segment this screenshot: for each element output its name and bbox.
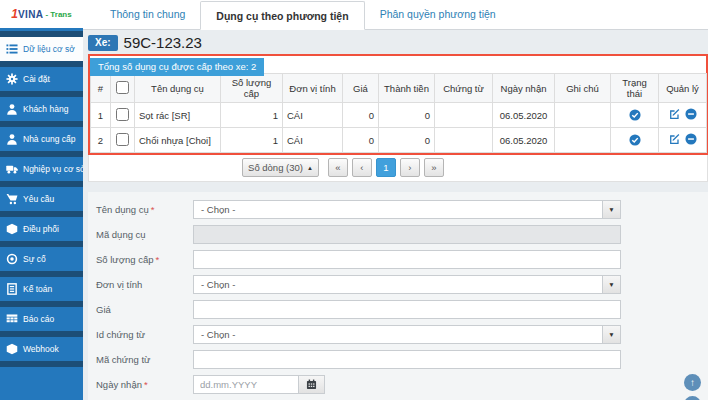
- form-row-ma-dung-cu: Mã dụng cụ: [96, 225, 708, 244]
- row-price: 0: [343, 103, 379, 128]
- id-chung-tu-select[interactable]: - Chọn - ▼: [193, 325, 621, 344]
- shopping-cart-icon: [6, 193, 18, 205]
- status-check-icon: [629, 134, 641, 145]
- gia-field[interactable]: [193, 300, 621, 319]
- so-luong-cap-field[interactable]: [193, 250, 621, 269]
- field-label: Giá: [96, 304, 193, 315]
- row-name: Chổi nhựa [Choi]: [135, 128, 221, 153]
- field-label: Đơn vị tính: [96, 279, 193, 290]
- calendar-icon: [306, 379, 317, 390]
- col-qty: Số lượng cấp: [221, 74, 283, 103]
- table-badge-row: Tổng số dụng cụ được cấp theo xe: 2: [90, 56, 706, 73]
- ma-chung-tu-field[interactable]: [193, 350, 621, 369]
- sidebar-item-su-co[interactable]: Sự cố: [0, 247, 83, 271]
- sidebar-item-du-lieu-co-so[interactable]: Dữ liệu cơ sở: [0, 37, 83, 61]
- row-date: 06.05.2020: [493, 103, 555, 128]
- sidebar-item-label: Khách hàng: [23, 104, 68, 114]
- row-note: [555, 128, 611, 153]
- sidebar-item-nghiep-vu-co-so[interactable]: Nghiệp vụ cơ sở: [0, 157, 83, 181]
- col-name: Tên dụng cụ: [135, 74, 221, 103]
- sidebar-item-ke-toan[interactable]: Kế toán: [0, 277, 83, 301]
- chevron-down-icon[interactable]: ▼: [602, 326, 620, 343]
- sidebar-item-yeu-cau[interactable]: Yêu cầu: [0, 187, 83, 211]
- select-all-checkbox[interactable]: [116, 81, 129, 94]
- chevron-down-icon[interactable]: ▼: [602, 201, 620, 218]
- sidebar-menu: Dữ liệu cơ sở Cài đặt Khách hàng Nhà cun…: [0, 31, 83, 400]
- row-manage-cell: [659, 128, 707, 153]
- app-logo: 1 VINA - Trans: [0, 0, 83, 28]
- row-note: [555, 103, 611, 128]
- form-row-so-luong-cap: Số lượng cấp*: [96, 250, 708, 269]
- sidebar-item-bao-cao[interactable]: Báo cáo: [0, 307, 83, 331]
- remove-icon[interactable]: [685, 108, 697, 120]
- sort-up-icon: ▲: [307, 165, 313, 171]
- sidebar-item-label: Nhà cung cấp: [23, 134, 75, 144]
- row-checkbox-cell: [111, 128, 135, 153]
- col-date: Ngày nhận: [493, 74, 555, 103]
- sidebar-item-dieu-phoi[interactable]: Điều phối: [0, 217, 83, 241]
- sidebar-item-cai-dat[interactable]: Cài đặt: [0, 67, 83, 91]
- form-row-don-vi-tinh: Đơn vị tính - Chọn - ▼: [96, 275, 708, 294]
- field-label: Mã dụng cụ: [96, 229, 193, 240]
- don-vi-tinh-select[interactable]: - Chọn - ▼: [193, 275, 621, 294]
- vehicle-badge: Xe:: [88, 35, 118, 51]
- field-label: Tên dụng cụ*: [96, 204, 193, 215]
- row-qty: 1: [221, 128, 283, 153]
- row-total: 0: [379, 128, 435, 153]
- col-index: #: [91, 74, 111, 103]
- row-manage-cell: [659, 103, 707, 128]
- sidebar-item-label: Nghiệp vụ cơ sở: [23, 164, 86, 174]
- row-total: 0: [379, 103, 435, 128]
- scroll-up-button[interactable]: ↑: [684, 374, 701, 391]
- row-checkbox[interactable]: [116, 133, 129, 146]
- row-unit: CÁI: [283, 103, 343, 128]
- sidebar-item-label: Kế toán: [23, 284, 52, 294]
- select-value: - Chọn -: [194, 329, 602, 340]
- page-body: Xe: 59C-123.23 Tổng số dụng cụ được cấp …: [83, 30, 708, 400]
- row-checkbox[interactable]: [116, 108, 129, 121]
- ngay-nhan-field[interactable]: [193, 375, 299, 394]
- page-number-button[interactable]: 1: [376, 158, 396, 177]
- page-last-button[interactable]: »: [424, 158, 444, 177]
- page-first-button[interactable]: «: [328, 158, 348, 177]
- edit-icon[interactable]: [669, 133, 681, 145]
- sidebar-item-nha-cung-cap[interactable]: Nhà cung cấp: [0, 127, 83, 151]
- sidebar-item-label: Sự cố: [23, 254, 46, 264]
- form-row-id-chung-tu: Id chứng từ - Chọn - ▼: [96, 325, 708, 344]
- table-row: 1 Sọt rác [SR] 1 CÁI 0 0 06.05.2020: [91, 103, 707, 128]
- row-doc: [435, 103, 493, 128]
- sidebar-item-webhook[interactable]: Webhook: [0, 337, 83, 361]
- scroll-down-button[interactable]: ↓: [684, 396, 701, 400]
- select-value: - Chọn -: [194, 279, 602, 290]
- row-doc: [435, 128, 493, 153]
- cube-icon: [6, 223, 18, 235]
- row-name: Sọt rác [SR]: [135, 103, 221, 128]
- tab-dung-cu-theo-phuong-tien[interactable]: Dụng cụ theo phương tiện: [200, 1, 364, 30]
- list-icon: [6, 43, 18, 55]
- vehicle-number: 59C-123.23: [124, 34, 202, 51]
- ma-dung-cu-field: [193, 225, 621, 244]
- col-note: Ghi chú: [555, 74, 611, 103]
- sidebar-item-label: Cài đặt: [23, 74, 50, 84]
- remove-icon[interactable]: [685, 133, 697, 145]
- equipment-table-panel: Tổng số dụng cụ được cấp theo xe: 2 #: [88, 54, 708, 182]
- edit-icon[interactable]: [669, 108, 681, 120]
- form-row-ten-dung-cu: Tên dụng cụ* - Chọn - ▼: [96, 200, 708, 219]
- rows-per-page-button[interactable]: Số dòng (30) ▲: [242, 158, 319, 177]
- row-price: 0: [343, 128, 379, 153]
- sidebar-item-khach-hang[interactable]: Khách hàng: [0, 97, 83, 121]
- row-unit: CÁI: [283, 128, 343, 153]
- page-prev-button[interactable]: ‹: [352, 158, 372, 177]
- form-row-ma-chung-tu: Mã chứng từ: [96, 350, 708, 369]
- equipment-form: Tên dụng cụ* - Chọn - ▼ Mã dụng cụ Số lư…: [88, 192, 708, 400]
- page-next-button[interactable]: ›: [400, 158, 420, 177]
- tab-thong-tin-chung[interactable]: Thông tin chung: [95, 0, 200, 29]
- col-checkbox: [111, 74, 135, 103]
- highlighted-table-region: Tổng số dụng cụ được cấp theo xe: 2 #: [88, 54, 708, 155]
- ten-dung-cu-select[interactable]: - Chọn - ▼: [193, 200, 621, 219]
- col-manage: Quản lý: [659, 74, 707, 103]
- calendar-button[interactable]: [299, 375, 325, 394]
- ledger-icon: [6, 283, 18, 295]
- tab-phan-quyen-phuong-tien[interactable]: Phân quyền phương tiện: [365, 0, 511, 29]
- chevron-down-icon[interactable]: ▼: [602, 276, 620, 293]
